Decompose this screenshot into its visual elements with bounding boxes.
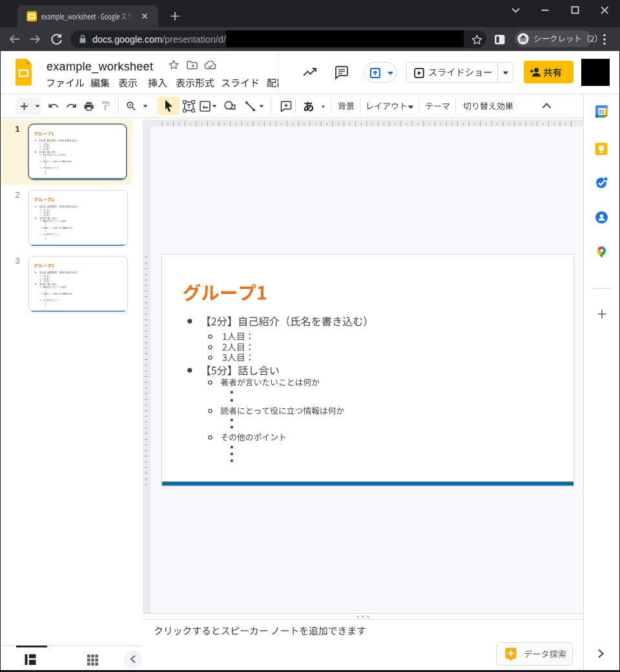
svg-text:31: 31	[598, 109, 604, 115]
